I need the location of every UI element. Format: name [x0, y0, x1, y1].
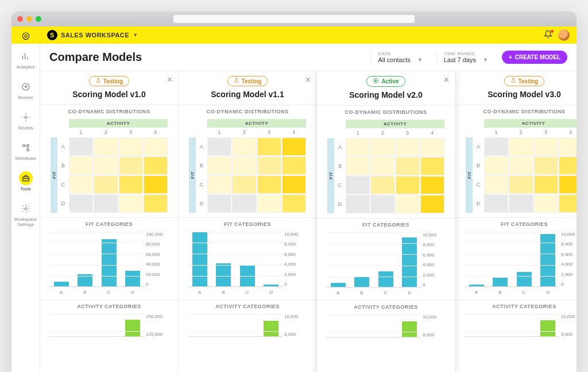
sidebar-item-analytics[interactable]: Analytics	[11, 44, 40, 74]
heatmap-y-label: D	[196, 194, 207, 213]
heatmap-x-label: 1	[207, 128, 231, 137]
heatmap-cell	[119, 194, 143, 213]
logo-icon: ◎	[22, 30, 30, 41]
heatmap-cell	[396, 176, 420, 194]
workspace-name: SALES WORKSPACE	[61, 32, 129, 39]
x-tick-label: D	[269, 290, 273, 295]
url-bar[interactable]	[173, 15, 415, 23]
toolbox-icon	[19, 171, 33, 185]
y-tick-label: 4,000	[284, 262, 296, 267]
x-tick-label: D	[408, 290, 411, 296]
heatmap-cell	[282, 156, 306, 175]
heatmap-x-label: 4	[420, 128, 444, 137]
heatmap-cell	[207, 156, 231, 175]
heatmap-cell	[559, 194, 577, 213]
heatmap-cell	[94, 156, 118, 175]
minimize-window-button[interactable]	[26, 16, 32, 22]
bar	[493, 278, 508, 286]
heatmap-x-label: 3	[534, 128, 558, 137]
heatmap-cell	[420, 157, 444, 175]
workspace-selector[interactable]: S SALES WORKSPACE ▼	[47, 30, 138, 40]
close-window-button[interactable]	[17, 16, 23, 22]
fit-axis-label: FIT	[51, 137, 57, 213]
maximize-window-button[interactable]	[36, 16, 41, 22]
sidebar-item-tools[interactable]: Tools	[11, 166, 40, 196]
y-tick-label: 20,000	[146, 272, 160, 277]
page-header: Compare Models DATA All contacts▼ TIME R…	[40, 44, 577, 71]
heatmap-x-label: 2	[370, 128, 394, 137]
main-area: S SALES WORKSPACE ▼ Compare Models DATA	[40, 26, 577, 372]
heatmap-cell	[396, 157, 420, 175]
svg-rect-2	[22, 145, 24, 147]
model-title: Scoring Model v1.0	[72, 90, 146, 99]
window-controls	[17, 16, 41, 22]
y-tick-label: 40,000	[146, 262, 160, 267]
heatmap-cell	[559, 137, 577, 156]
heatmap-cell	[94, 175, 118, 194]
heatmap-cell	[370, 157, 394, 175]
sidebar-item-settings[interactable]: Workspace Settings	[11, 196, 40, 232]
fit-bar-chart: 10,0008,0006,0004,0002,0000ABCD	[317, 230, 455, 300]
sidebar-item-label: Tools	[20, 186, 31, 191]
activity-bar-chart: 10,0008,000	[179, 312, 316, 342]
heatmap-cell	[534, 137, 558, 156]
heatmap-cell	[534, 156, 558, 175]
sidebar-item-models[interactable]: Models	[11, 105, 40, 135]
heatmap-cell	[282, 137, 306, 156]
chevron-down-icon: ▼	[133, 32, 138, 38]
y-tick-label: 0	[423, 282, 425, 287]
sidebar-item-browse[interactable]: Browse	[11, 74, 40, 105]
close-panel-button[interactable]: ×	[167, 75, 172, 85]
section-header-heatmap: CO-DYNAMIC DISTRIBUTIONS	[455, 105, 577, 117]
filter-time-range[interactable]: TIME RANGE Last 7 days▼	[436, 51, 495, 63]
heatmap-x-label: 1	[346, 128, 370, 137]
app-logo[interactable]: ◎	[11, 26, 40, 44]
y-tick-label: 6,000	[423, 252, 434, 258]
fit-axis-label: FIT	[466, 137, 473, 213]
y-tick-label: 6,000	[561, 252, 572, 257]
fit-bar-chart: 10,0008,0006,0004,0002,0000ABCD	[455, 229, 577, 300]
heatmap: ACTIVITY1234FITABCD	[317, 117, 455, 218]
gear-icon	[19, 202, 33, 216]
close-panel-button[interactable]: ×	[305, 75, 311, 85]
fit-axis-label: FIT	[189, 137, 196, 213]
y-tick-label: 0	[561, 282, 563, 287]
close-panel-button[interactable]: ×	[444, 75, 449, 85]
y-tick-label: 150,000	[146, 314, 163, 319]
activity-axis-label: ACTIVITY	[346, 120, 444, 128]
y-tick-label: 10,000	[561, 232, 575, 237]
sidebar-item-label: Analytics	[16, 64, 34, 70]
heatmap-x-label: 1	[484, 128, 508, 137]
svg-rect-4	[27, 149, 29, 151]
sidebar-item-workflows[interactable]: Workflows	[11, 135, 40, 166]
model-panel: ×TestingScoring Model v3.0CO-DYNAMIC DIS…	[455, 71, 577, 372]
notifications-button[interactable]	[544, 30, 552, 40]
heatmap-cell	[257, 156, 281, 175]
x-tick-label: B	[498, 290, 501, 295]
bar	[54, 282, 69, 286]
filter-data[interactable]: DATA All contacts▼	[371, 51, 430, 63]
create-model-button[interactable]: + CREATE MODEL	[502, 51, 567, 64]
flask-icon	[234, 78, 239, 85]
activity-axis-label: ACTIVITY	[69, 119, 168, 128]
svg-point-6	[25, 208, 27, 210]
heatmap-cell	[207, 194, 231, 213]
bar	[125, 271, 140, 286]
user-avatar[interactable]	[558, 29, 570, 41]
fit-bar-chart: 100,00080,00060,00040,00020,0000ABCD	[40, 229, 178, 300]
model-title: Scoring Model v1.1	[211, 90, 284, 99]
y-tick-label: 4,000	[561, 262, 572, 267]
heatmap: ACTIVITY1234FITABCD	[455, 117, 577, 217]
heatmap-x-label: 4	[282, 128, 306, 137]
activity-axis-label: ACTIVITY	[207, 119, 306, 128]
heatmap-x-label: 3	[119, 128, 143, 137]
y-tick-label: 8,000	[284, 241, 296, 247]
y-tick-label: 8,000	[561, 332, 572, 337]
heatmap-cell	[346, 138, 370, 156]
workspace-icon: S	[47, 30, 57, 40]
heatmap-cell	[484, 194, 508, 213]
x-tick-label: C	[107, 290, 111, 295]
y-tick-label: 100,000	[146, 232, 163, 237]
sidebar: ◎ AnalyticsBrowseModelsWorkflowsToolsWor…	[11, 26, 40, 372]
heatmap-cell	[370, 195, 394, 213]
